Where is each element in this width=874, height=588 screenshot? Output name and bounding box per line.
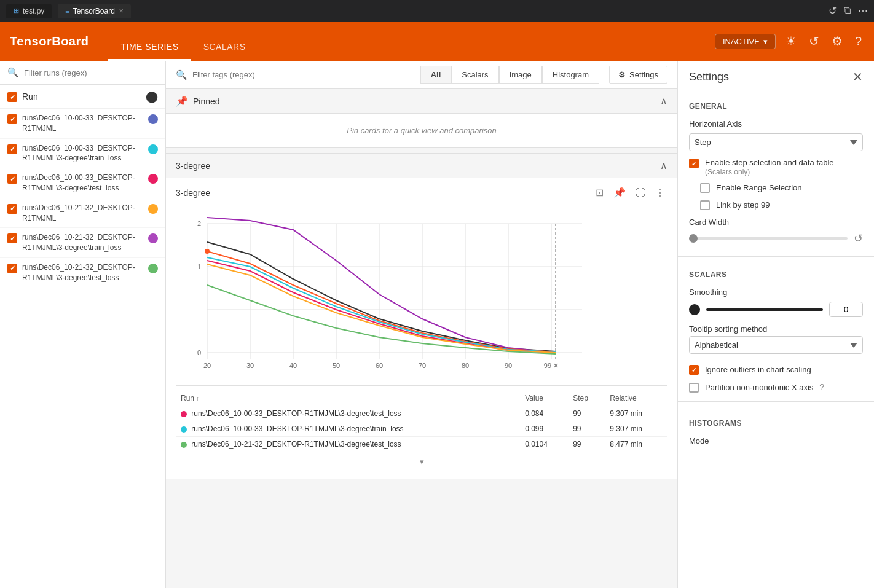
pin-chart-btn[interactable]: 📌 (611, 186, 628, 200)
run-checkbox-3[interactable] (7, 174, 17, 184)
svg-text:90: 90 (505, 362, 512, 369)
col-relative: Relative (605, 391, 667, 406)
horizontal-axis-select[interactable]: Step Relative Wall (689, 133, 863, 151)
run-checkbox-1[interactable] (7, 114, 17, 124)
filter-all-btn[interactable]: All (420, 66, 452, 84)
settings-close-btn[interactable]: ✕ (852, 69, 863, 84)
nav-scalars[interactable]: SCALARS (191, 42, 258, 61)
chart-title: 3-degree (176, 188, 210, 198)
smoothing-track[interactable] (706, 308, 823, 311)
filter-search-icon: 🔍 (176, 69, 187, 80)
close-tab-icon[interactable]: ✕ (119, 7, 124, 14)
run-select-all-checkbox[interactable] (7, 92, 17, 102)
settings-enable-step-row: Enable step selection and data table (Sc… (678, 155, 874, 179)
pinned-header: 📌 Pinned ∧ (166, 89, 677, 114)
filter-tags-input[interactable] (192, 70, 296, 79)
sidebar-resize-handle[interactable] (163, 61, 165, 588)
reload-icon[interactable]: ↺ (806, 31, 822, 51)
run-checkbox-2[interactable] (7, 144, 17, 154)
chart-section-collapse-btn[interactable]: ∧ (660, 160, 667, 171)
filter-buttons: All Scalars Image Histogram (420, 66, 599, 84)
enable-range-checkbox[interactable] (700, 183, 710, 193)
partition-help-icon[interactable]: ? (819, 382, 824, 392)
inactive-status[interactable]: INACTIVE ▾ (715, 34, 776, 49)
show-more-btn[interactable]: ▾ (176, 452, 667, 471)
chart-section-title: 3-degree (176, 161, 210, 171)
run-column-label: Run (22, 92, 146, 101)
fullscreen-chart-btn[interactable]: ⛶ (633, 186, 648, 200)
enable-step-label: Enable step selection and data table (Sc… (705, 158, 834, 176)
filter-image-btn[interactable]: Image (499, 66, 542, 84)
tooltip-sort-select[interactable]: Alphabetical Ascending Descending Defaul… (689, 336, 863, 354)
run-color-icon: ⬤ (146, 90, 158, 103)
card-width-thumb[interactable] (689, 234, 698, 243)
list-item: runs\Dec06_10-00-33_DESKTOP-R1TMJML\3-de… (0, 168, 165, 198)
data-table: Run ↑ Value Step Relative (176, 391, 667, 452)
chart-wrap: 2 1 0 20 30 40 50 60 70 80 90 (176, 205, 667, 386)
settings-panel-title: Settings (689, 71, 852, 84)
nav-time-series[interactable]: TIME SERIES (108, 42, 191, 61)
settings-partition-row: Partition non-monotonic X axis ? (678, 379, 874, 396)
refresh-icon[interactable]: ↺ (829, 5, 837, 17)
partition-x-checkbox[interactable] (689, 383, 699, 393)
table-cell-value-3: 0.0104 (520, 437, 568, 452)
pinned-title: Pinned (193, 96, 220, 106)
data-table-scroll[interactable]: Run ↑ Value Step Relative (176, 386, 667, 471)
run-color-dot-4 (148, 204, 158, 214)
content-scroll[interactable]: 📌 Pinned ∧ Pin cards for a quick view an… (166, 89, 677, 588)
filter-histogram-btn[interactable]: Histogram (542, 66, 599, 84)
help-icon[interactable]: ? (852, 32, 864, 51)
sidebar-search-input[interactable] (24, 68, 158, 77)
enable-step-checkbox[interactable] (689, 159, 699, 168)
split-view-icon[interactable]: ⧉ (844, 5, 851, 17)
smoothing-thumb[interactable] (689, 304, 700, 315)
tb-logo: TensorBoard (10, 34, 89, 49)
horizontal-axis-label: Horizontal Axis (689, 119, 863, 128)
col-value: Value (520, 391, 568, 406)
more-chart-options-btn[interactable]: ⋮ (653, 186, 667, 200)
svg-text:40: 40 (289, 362, 297, 369)
link-step-checkbox[interactable] (700, 200, 710, 210)
col-run[interactable]: Run ↑ (176, 391, 520, 406)
filter-scalars-btn[interactable]: Scalars (451, 66, 498, 84)
table-cell-step-3: 99 (568, 437, 605, 452)
run-color-dot-1 (148, 114, 158, 124)
sidebar-runs-list: Run ⬤ runs\Dec06_10-00-33_DESKTOP-R1TMJM… (0, 85, 165, 588)
settings-histograms-title: HISTOGRAMS (678, 410, 874, 433)
run-checkbox-6[interactable] (7, 264, 17, 273)
svg-text:99 ✕: 99 ✕ (544, 362, 559, 369)
table-color-dot-1 (181, 411, 187, 417)
run-name-4: runs\Dec06_10-21-32_DESKTOP-R1TMJML (22, 203, 143, 224)
ignore-outliers-label: Ignore outliers in chart scaling (705, 364, 811, 375)
status-dropdown-icon: ▾ (763, 37, 768, 46)
brightness-icon[interactable]: ☀ (783, 31, 799, 51)
run-name-1: runs\Dec06_10-00-33_DESKTOP-R1TMJML (22, 113, 143, 134)
table-row: runs\Dec06_10-00-33_DESKTOP-R1TMJML\3-de… (176, 421, 667, 437)
list-item: runs\Dec06_10-00-33_DESKTOP-R1TMJML (0, 109, 165, 139)
main-layout: 🔍 Run ⬤ runs\Dec06_10-00-33_DESKTOP-R1TM… (0, 61, 874, 588)
card-width-track[interactable] (689, 237, 848, 240)
tab-tensorboard[interactable]: ≡ TensorBoard ✕ (58, 4, 130, 18)
smoothing-input[interactable] (829, 302, 863, 317)
table-cell-relative-3: 8.477 min (605, 437, 667, 452)
settings-tooltip-sort-row: Tooltip sorting method Alphabetical Asce… (678, 321, 874, 358)
table-row: runs\Dec06_10-21-32_DESKTOP-R1TMJML\3-de… (176, 437, 667, 452)
pin-icon: 📌 (176, 95, 188, 107)
settings-button[interactable]: ⚙ Settings (609, 66, 667, 84)
table-cell-run-2: runs\Dec06_10-00-33_DESKTOP-R1TMJML\3-de… (176, 421, 520, 437)
chart-container: 3-degree ⊡ 📌 ⛶ ⋮ (166, 178, 677, 479)
run-checkbox-4[interactable] (7, 204, 17, 214)
tab-test-py[interactable]: ⊞ test.py (6, 4, 52, 18)
search-icon: 🔍 (7, 67, 19, 78)
settings-icon[interactable]: ⚙ (829, 31, 845, 51)
slider-reset-btn[interactable]: ↺ (854, 232, 863, 245)
link-step-label: Link by step 99 (716, 200, 770, 211)
expand-chart-icon[interactable]: ⊡ (593, 186, 606, 200)
status-label: INACTIVE (723, 37, 760, 46)
run-checkbox-5[interactable] (7, 233, 17, 243)
pinned-collapse-btn[interactable]: ∧ (660, 95, 667, 107)
ignore-outliers-checkbox[interactable] (689, 365, 699, 375)
more-options-icon[interactable]: ⋯ (858, 5, 868, 17)
settings-smoothing-row: Smoothing (678, 284, 874, 321)
settings-divider-2 (678, 401, 874, 402)
